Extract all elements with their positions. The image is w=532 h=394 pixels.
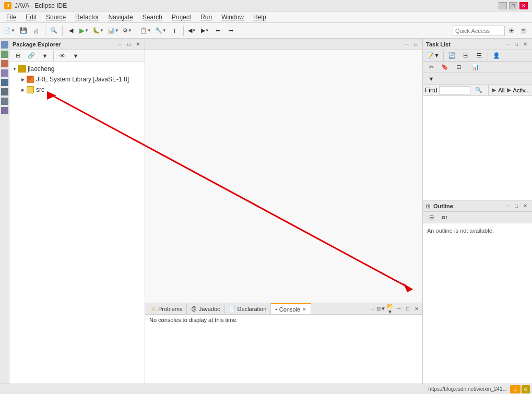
editor-maximize-btn[interactable]: □: [412, 41, 419, 48]
task-sep-1: [443, 51, 444, 61]
save-button[interactable]: 💾: [17, 25, 30, 37]
side-icon-8[interactable]: [1, 107, 8, 114]
task-dots-btn[interactable]: ⊟: [452, 61, 465, 74]
all-text[interactable]: All: [498, 87, 504, 93]
task-collapse-btn[interactable]: ⊟: [459, 50, 472, 62]
tab-javadoc[interactable]: @ Javadoc: [187, 303, 224, 314]
nav-fwd-button[interactable]: ➡: [225, 25, 238, 37]
side-icon-1[interactable]: [1, 41, 8, 49]
perspective-button[interactable]: ⊞: [505, 25, 517, 37]
task-sep-2: [488, 51, 488, 61]
menu-window[interactable]: Window: [217, 13, 248, 22]
console-minimize-btn[interactable]: ─: [395, 305, 403, 313]
print-button[interactable]: 🖨: [30, 25, 43, 37]
pkg-menu-btn[interactable]: ▼: [69, 50, 82, 62]
task-sync-btn[interactable]: 🔄: [446, 50, 458, 62]
console-close-icon[interactable]: ✕: [302, 307, 306, 312]
find-search-btn[interactable]: 🔍: [472, 84, 485, 97]
outline-close-btn[interactable]: ✕: [522, 202, 529, 210]
open-type-button[interactable]: T: [169, 25, 181, 37]
active-arrow: ▶: [507, 87, 511, 93]
find-input[interactable]: [439, 86, 470, 94]
task-toolbar-3: ▼: [423, 73, 532, 85]
menu-help[interactable]: Help: [249, 13, 270, 22]
console-btn-3[interactable]: 📂▼: [386, 305, 394, 313]
project-icon: [18, 65, 26, 73]
task-button[interactable]: 📋▼: [138, 25, 153, 37]
coverage-button[interactable]: 📊▼: [106, 25, 121, 37]
side-icon-4[interactable]: [1, 69, 8, 77]
close-button[interactable]: ✕: [519, 2, 528, 9]
side-icon-7[interactable]: [1, 98, 8, 105]
menu-navigate[interactable]: Navigate: [104, 13, 137, 22]
tree-src[interactable]: ▶ src: [10, 85, 144, 95]
menu-edit[interactable]: Edit: [21, 13, 41, 22]
outline-maximize-btn[interactable]: □: [513, 202, 520, 210]
java-perspective-button[interactable]: ☕: [517, 25, 530, 37]
outline-toolbar: ⊟ ⍺↑: [423, 212, 532, 223]
menu-project[interactable]: Project: [168, 13, 195, 22]
tab-declaration[interactable]: 📄 Declaration: [225, 303, 271, 314]
outline-minimize-btn[interactable]: ─: [504, 202, 511, 210]
side-icon-6[interactable]: [1, 88, 8, 95]
side-icon-2[interactable]: [1, 51, 8, 58]
menu-file[interactable]: File: [2, 13, 20, 22]
task-down-btn[interactable]: ▼: [425, 73, 438, 85]
tree-project[interactable]: ▼ jiaocheng: [10, 64, 144, 74]
minimize-button[interactable]: ─: [499, 2, 507, 9]
find-label: Find: [425, 87, 437, 94]
pkg-view-btn[interactable]: 👁: [56, 50, 68, 62]
outline-collapse-btn[interactable]: ⊟: [425, 211, 438, 224]
menu-search[interactable]: Search: [138, 13, 167, 22]
task-mark-btn[interactable]: 🔖: [439, 61, 451, 74]
task-minimize-btn[interactable]: ─: [504, 41, 511, 48]
menu-run[interactable]: Run: [196, 13, 216, 22]
task-new-btn[interactable]: 📝▼: [425, 50, 441, 62]
tab-console[interactable]: ▪ Console ✕: [271, 303, 311, 314]
pkg-maximize-btn[interactable]: □: [125, 41, 133, 48]
link-with-editor-btn[interactable]: 🔗: [25, 50, 38, 62]
ext-tool-button[interactable]: 🔧▼: [153, 25, 168, 37]
editor-panel: ─ □: [145, 39, 422, 303]
toolbar-sep-4: [183, 26, 184, 36]
side-icon-5[interactable]: [1, 79, 8, 86]
task-tools-btn[interactable]: ✂: [425, 61, 438, 74]
task-close-btn[interactable]: ✕: [522, 41, 529, 48]
tab-javadoc-label: Javadoc: [199, 306, 220, 312]
editor-minimize-btn[interactable]: ─: [403, 41, 410, 48]
collapse-all-btn[interactable]: ⊟: [11, 50, 24, 62]
debug-button[interactable]: 🐛▼: [91, 25, 105, 37]
active-text[interactable]: Activ...: [513, 87, 530, 93]
restore-button[interactable]: □: [509, 2, 517, 9]
forward-button[interactable]: ▶▼: [199, 25, 211, 37]
tab-problems[interactable]: ⚠ Problems: [147, 303, 187, 314]
outline-sort-btn[interactable]: ⍺↑: [439, 211, 451, 224]
console-maximize-btn[interactable]: □: [404, 305, 411, 313]
pkg-minimize-btn[interactable]: ─: [116, 41, 124, 48]
tree-jre[interactable]: ▶ JRE System Library [JavaSE-1.8]: [10, 74, 144, 85]
pkg-close-btn[interactable]: ✕: [134, 41, 141, 48]
task-content: [423, 96, 532, 200]
console-btn-1[interactable]: →: [369, 305, 376, 313]
task-chart-btn[interactable]: 📊: [469, 61, 482, 74]
quick-access-input[interactable]: [453, 26, 505, 36]
side-icon-3[interactable]: [1, 60, 8, 67]
search-button[interactable]: 🔍: [48, 25, 60, 37]
pkg-settings-btn[interactable]: ▼: [39, 50, 51, 62]
prev-edit-button[interactable]: ◀: [65, 25, 77, 37]
src-icon: [26, 86, 34, 94]
console-btn-2[interactable]: ⊟▼: [377, 305, 385, 313]
task-maximize-btn[interactable]: □: [513, 41, 520, 48]
console-content: No consoles to display at this time.: [145, 315, 422, 394]
task-person-btn[interactable]: 👤: [490, 50, 503, 62]
menu-source[interactable]: Source: [42, 13, 70, 22]
new-button[interactable]: 📄▼: [2, 25, 17, 37]
nav-button[interactable]: ⬅: [212, 25, 224, 37]
profile-button[interactable]: ⚙▼: [121, 25, 134, 37]
task-filter-btn[interactable]: ☰: [473, 50, 486, 62]
back-button[interactable]: ◀▼: [186, 25, 198, 37]
menu-refactor[interactable]: Refactor: [71, 13, 103, 22]
console-close-btn[interactable]: ✕: [413, 305, 420, 313]
problems-icon: ⚠: [151, 306, 156, 312]
run-button[interactable]: ▶▼: [78, 25, 90, 37]
